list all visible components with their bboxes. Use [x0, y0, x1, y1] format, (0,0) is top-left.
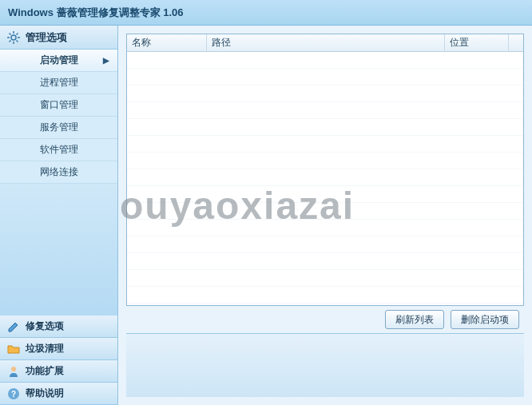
startup-table: 名称 路径 位置: [126, 34, 524, 306]
help-icon: ?: [6, 387, 21, 401]
sidebar-item-window[interactable]: 窗口管理: [0, 94, 117, 117]
button-row: 刷新列表 删除启动项: [126, 306, 524, 333]
section-help-label: 帮助说明: [26, 387, 64, 400]
table-header: 名称 路径 位置: [127, 34, 523, 52]
sidebar-item-label: 启动管理: [40, 54, 78, 67]
section-cleanup[interactable]: 垃圾清理: [0, 338, 117, 360]
table-body[interactable]: [127, 52, 523, 305]
person-icon: [6, 364, 21, 379]
section-repair-label: 修复选项: [26, 320, 64, 333]
chevron-right-icon: ▶: [103, 56, 109, 65]
svg-line-8: [17, 33, 18, 34]
gear-icon: [6, 30, 21, 45]
title-bar: Windows 蔷薇管理修复调整专家 1.06: [0, 0, 532, 26]
column-end: [509, 34, 523, 51]
svg-point-0: [11, 35, 16, 40]
section-help[interactable]: ? 帮助说明: [0, 383, 117, 405]
bottom-strip: [126, 333, 524, 397]
sidebar-item-network[interactable]: 网络连接: [0, 161, 117, 184]
delete-startup-button[interactable]: 删除启动项: [451, 310, 519, 329]
sidebar-item-software[interactable]: 软件管理: [0, 139, 117, 161]
section-manage[interactable]: 管理选项: [0, 26, 117, 50]
sidebar-item-service[interactable]: 服务管理: [0, 117, 117, 139]
svg-line-7: [10, 40, 11, 42]
sidebar-item-label: 服务管理: [40, 121, 78, 134]
app-title: Windows 蔷薇管理修复调整专家 1.06: [8, 6, 183, 20]
svg-line-6: [17, 40, 18, 42]
section-manage-label: 管理选项: [26, 30, 67, 45]
refresh-button[interactable]: 刷新列表: [385, 310, 444, 329]
main-panel: 名称 路径 位置 刷新列表 删除启动项: [118, 26, 532, 405]
section-extend-label: 功能扩展: [26, 364, 64, 378]
column-path[interactable]: 路径: [207, 34, 445, 51]
sidebar-item-startup[interactable]: 启动管理 ▶: [0, 50, 117, 72]
pencil-icon: [6, 320, 21, 334]
sidebar-spacer: [0, 184, 117, 316]
sidebar-item-label: 网络连接: [40, 165, 78, 179]
column-location[interactable]: 位置: [445, 34, 509, 51]
sidebar: 管理选项 启动管理 ▶ 进程管理 窗口管理 服务管理 软件管理 网络连接: [0, 26, 118, 405]
sidebar-item-label: 窗口管理: [40, 98, 78, 112]
column-name[interactable]: 名称: [127, 34, 207, 51]
folder-icon: [6, 342, 21, 356]
section-extend[interactable]: 功能扩展: [0, 360, 117, 383]
sidebar-menu: 启动管理 ▶ 进程管理 窗口管理 服务管理 软件管理 网络连接: [0, 50, 117, 184]
svg-text:?: ?: [11, 390, 16, 399]
section-cleanup-label: 垃圾清理: [26, 342, 64, 355]
sidebar-item-label: 进程管理: [40, 76, 78, 89]
section-repair[interactable]: 修复选项: [0, 316, 117, 338]
svg-line-5: [10, 33, 11, 34]
sidebar-bottom: 修复选项 垃圾清理 功能扩展 ? 帮助说明: [0, 316, 117, 405]
sidebar-item-label: 软件管理: [40, 143, 78, 157]
sidebar-item-process[interactable]: 进程管理: [0, 72, 117, 94]
svg-point-9: [11, 367, 16, 371]
